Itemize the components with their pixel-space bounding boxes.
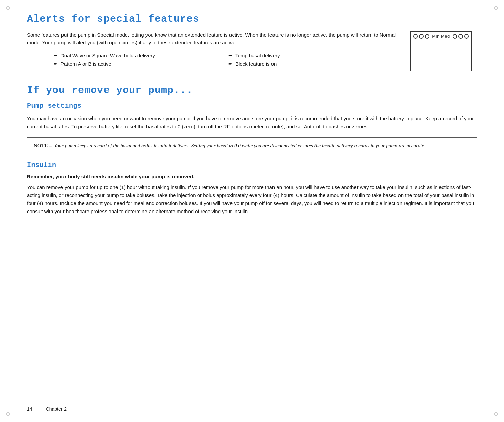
pump-diagram: MiniMed: [410, 31, 477, 71]
pump-box: MiniMed: [410, 31, 472, 71]
pump-settings-body: You may have an occasion when you need o…: [27, 114, 477, 131]
insulin-subtitle: Insulin: [27, 161, 477, 169]
alerts-content-row: Some features put the pump in Special mo…: [27, 31, 477, 71]
section-alerts: Alerts for special features Some feature…: [27, 13, 477, 71]
list-item: ➨ Temp basal delivery: [228, 53, 396, 58]
alerts-text-column: Some features put the pump in Special mo…: [27, 31, 396, 67]
pump-circle-1: [413, 34, 418, 39]
feature-list: ➨ Dual Wave or Square Wave bolus deliver…: [54, 53, 396, 67]
footer-divider: [39, 406, 39, 412]
list-item: ➨ Pattern A or B is active: [54, 61, 222, 67]
arrow-icon: ➨: [54, 53, 58, 58]
feature-label: Dual Wave or Square Wave bolus delivery: [60, 53, 155, 58]
corner-mark-br: [491, 409, 501, 419]
arrow-icon: ➨: [228, 53, 233, 58]
note-box: NOTE – Your pump keeps a record of the b…: [27, 137, 477, 154]
pump-circle-4: [453, 34, 457, 39]
alerts-intro: Some features put the pump in Special mo…: [27, 31, 396, 47]
note-content: NOTE – Your pump keeps a record of the b…: [34, 142, 470, 150]
corner-mark-tr: [491, 3, 501, 13]
page-number: 14: [27, 406, 32, 412]
insulin-body: You can remove your pump for up to one (…: [27, 183, 477, 216]
pump-circle-3: [425, 34, 429, 39]
pump-brand-label: MiniMed: [432, 34, 450, 39]
pump-circle-2: [419, 34, 423, 39]
feature-label: Block feature is on: [235, 61, 277, 67]
list-item: ➨ Block feature is on: [228, 61, 396, 67]
page-footer: 14 Chapter 2: [27, 406, 67, 412]
insulin-section: Insulin Remember, your body still needs …: [27, 161, 477, 216]
feature-label: Pattern A or B is active: [60, 61, 111, 67]
corner-mark-tl: [3, 3, 13, 13]
arrow-icon: ➨: [228, 61, 233, 66]
remove-title: If you remove your pump...: [27, 85, 477, 96]
pump-circle-5: [458, 34, 463, 39]
page-container: Alerts for special features Some feature…: [0, 0, 504, 422]
chapter-label: Chapter 2: [46, 406, 67, 412]
pump-top-row: MiniMed: [411, 32, 471, 40]
arrow-icon: ➨: [54, 61, 58, 66]
section-remove: If you remove your pump... Pump settings…: [27, 85, 477, 216]
pump-circle-6: [464, 34, 469, 39]
insulin-bold-reminder: Remember, your body still needs insulin …: [27, 174, 477, 179]
pump-settings-section: Pump settings You may have an occasion w…: [27, 102, 477, 154]
alerts-title: Alerts for special features: [27, 13, 477, 25]
feature-label: Temp basal delivery: [235, 53, 280, 58]
note-body: Your pump keeps a record of the basal an…: [54, 143, 425, 148]
list-item: ➨ Dual Wave or Square Wave bolus deliver…: [54, 53, 222, 58]
corner-mark-bl: [3, 409, 13, 419]
note-label: NOTE –: [34, 143, 52, 148]
pump-settings-subtitle: Pump settings: [27, 102, 477, 110]
